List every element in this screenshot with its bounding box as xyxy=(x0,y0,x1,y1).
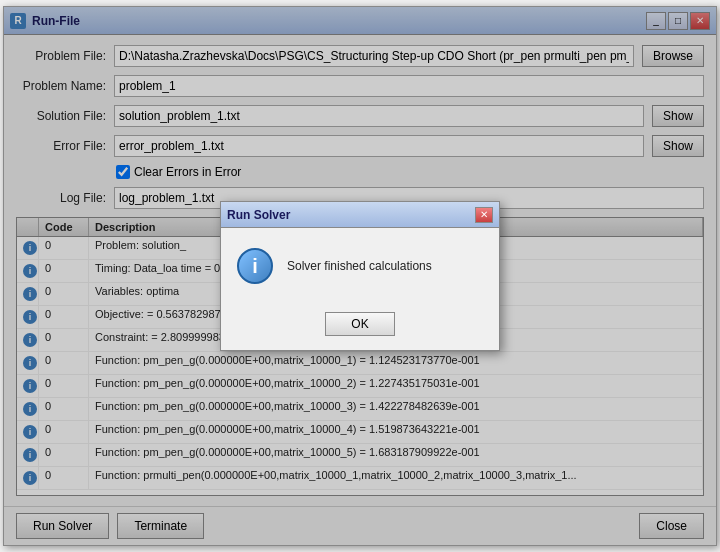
ok-button[interactable]: OK xyxy=(325,312,395,336)
dialog-close-button[interactable]: ✕ xyxy=(475,207,493,223)
dialog-footer: OK xyxy=(221,304,499,350)
dialog-overlay: Run Solver ✕ i Solver finished calculati… xyxy=(4,7,716,545)
dialog-info-icon: i xyxy=(237,248,273,284)
main-window: R Run-File _ □ ✕ Problem File: Browse Pr… xyxy=(3,6,717,546)
dialog-message: Solver finished calculations xyxy=(287,259,432,273)
run-solver-dialog: Run Solver ✕ i Solver finished calculati… xyxy=(220,201,500,351)
dialog-body: i Solver finished calculations xyxy=(221,228,499,304)
dialog-title-bar: Run Solver ✕ xyxy=(221,202,499,228)
dialog-title: Run Solver xyxy=(227,208,475,222)
